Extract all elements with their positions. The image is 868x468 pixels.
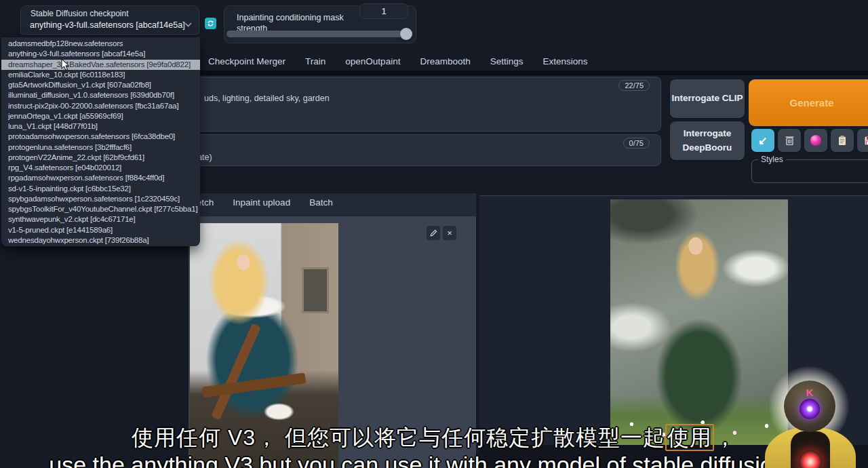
checkpoint-option[interactable]: instruct-pix2pix-00-22000.safetensors [f…	[1, 101, 200, 111]
checkpoint-label: Stable Diffusion checkpoint	[31, 9, 129, 18]
subtitle-chinese: 使用任何 V3， 但您可以将它与任何稳定扩散模型一起使用，	[0, 423, 868, 453]
close-icon: ×	[447, 228, 452, 238]
checkpoint-option[interactable]: illuminati_diffusion_v1.0.safetensors [6…	[1, 90, 200, 100]
paste-arrow-icon: ↙	[758, 134, 767, 147]
avatar-letter: K	[784, 387, 835, 398]
extra-networks-button[interactable]	[804, 129, 827, 152]
tab-train[interactable]: Train	[305, 56, 326, 66]
clear-prompt-button[interactable]	[778, 129, 801, 152]
prompt-token-counter: 22/75	[618, 80, 650, 91]
paste-params-button[interactable]: ↙	[751, 129, 774, 152]
negative-token-counter: 0/75	[623, 138, 650, 149]
tab-batch[interactable]: Batch	[309, 197, 333, 208]
checkpoint-option[interactable]: jennaOrtega_v1.ckpt [a55969cf69]	[1, 111, 200, 121]
checkpoint-option[interactable]: emiliaClarke_10.ckpt [6c0118e183]	[1, 70, 200, 80]
prompt-text: uds, lighting, detailed sky, garden	[204, 94, 330, 103]
mask-strength-slider[interactable]	[226, 31, 412, 37]
trash-icon	[785, 135, 795, 146]
leather-belt	[201, 372, 306, 397]
checkpoint-option[interactable]: adamsmedbfp128new.safetensors	[1, 39, 200, 49]
tab-openoutpaint[interactable]: openOutpaint	[345, 56, 400, 66]
negative-prompt-textarea[interactable]: 0/75 rate)	[192, 134, 661, 166]
checkpoint-dropdown-control[interactable]: Stable Diffusion checkpoint anything-v3-…	[20, 5, 199, 35]
refresh-checkpoints-button[interactable]	[205, 18, 216, 29]
checkpoint-option[interactable]: sd-v1-5-inpainting.ckpt [c6bbc15e32]	[1, 184, 200, 194]
subtitle-zh-post: ，	[714, 425, 736, 450]
checkpoint-dropdown-list: adamsmedbfp128new.safetensors anything-v…	[1, 37, 200, 246]
checkpoint-option[interactable]: rpgadamsohwxperson.safetensors [f884c4ff…	[1, 173, 200, 183]
stable-diffusion-webui: Stable Diffusion checkpoint anything-v3-…	[0, 0, 868, 468]
result-image[interactable]	[610, 199, 788, 445]
checkpoint-option[interactable]: anything-v3-full.safetensors [abcaf14e5a…	[1, 49, 200, 59]
tab-bar-divider	[189, 71, 868, 75]
streamer-avatar: K	[765, 361, 868, 468]
tab-dreambooth[interactable]: Dreambooth	[420, 56, 470, 66]
edit-image-button[interactable]	[427, 226, 440, 240]
tab-inpaint-upload[interactable]: Inpaint upload	[233, 197, 290, 208]
checkpoint-option[interactable]: protogenluna.safetensors [3b2fffacf6]	[1, 142, 200, 153]
checkpoint-option[interactable]: protogenV22Anime_22.ckpt [62bf9cfd61]	[1, 153, 200, 163]
clipboard-icon	[837, 135, 847, 146]
leather-strap	[211, 324, 261, 421]
checkpoint-option[interactable]: spybgsToolkitFor_v40YoutubeChannel.ckpt …	[1, 204, 200, 214]
slider-handle[interactable]	[400, 28, 412, 40]
remove-image-button[interactable]: ×	[443, 226, 456, 240]
subtitle-zh-highlight: 使用	[665, 424, 714, 451]
prompt-textarea[interactable]: 22/75 uds, lighting, detailed sky, garde…	[192, 77, 661, 132]
checkpoint-value[interactable]: anything-v3-full.safetensors [abcaf14e5a…	[30, 20, 185, 30]
apply-styles-button[interactable]	[831, 129, 854, 152]
tab-checkpoint-merger[interactable]: Checkpoint Merger	[208, 56, 285, 66]
checkpoint-option[interactable]: spybgadamsohwxperson.safetensors [1c2320…	[1, 194, 200, 204]
floppy-disk-icon	[864, 136, 868, 146]
subtitle-english: use the anything V3 but you can use it w…	[0, 452, 868, 468]
styles-select[interactable]: Styles	[751, 155, 868, 183]
checkpoint-option[interactable]: rpg_V4.safetensors [e04b020012]	[1, 163, 200, 173]
save-style-button[interactable]	[857, 129, 868, 152]
refresh-icon	[207, 20, 214, 27]
main-tab-bar: Checkpoint Merger Train openOutpaint Dre…	[208, 56, 588, 66]
avatar-red-orb	[799, 450, 822, 468]
avatar-head: K	[784, 381, 835, 432]
avatar-eye	[800, 399, 820, 419]
extra-networks-icon	[810, 135, 821, 146]
tab-settings[interactable]: Settings	[490, 56, 524, 66]
checkpoint-option-selected[interactable]: dreamshaper_331BakedVae.safetensors [9e9…	[1, 60, 200, 70]
mouse-cursor-icon	[61, 58, 70, 71]
chevron-down-icon	[184, 22, 192, 27]
subtitle-zh-pre: 使用任何 V3， 但您可以将它与任何稳定扩散模型一起	[132, 425, 665, 450]
interrogate-deepbooru-button[interactable]: Interrogate DeepBooru	[670, 121, 745, 160]
building-window	[302, 267, 329, 313]
checkpoint-option[interactable]: synthwavepunk_v2.ckpt [dc4c67171e]	[1, 214, 200, 225]
checkpoint-option[interactable]: gta5ArtworkDiffusion_v1.ckpt [607aa02fb8…	[1, 80, 200, 90]
checkpoint-option[interactable]: protoadamsohwxperson.safetensors [6fca38…	[1, 132, 200, 142]
styles-label: Styles	[758, 155, 786, 164]
checkpoint-option[interactable]: luna_V1.ckpt [448d77f01b]	[1, 121, 200, 132]
mask-strength-number-input[interactable]: 1	[359, 3, 408, 19]
tab-extensions[interactable]: Extensions	[542, 56, 587, 66]
interrogate-clip-button[interactable]: Interrogate CLIP	[670, 79, 745, 118]
checkpoint-option[interactable]: wednesdayohwxperson.ckpt [739f26b88a]	[1, 235, 200, 246]
pencil-icon	[430, 229, 437, 237]
generate-button[interactable]: Generate	[749, 79, 868, 126]
checkpoint-option[interactable]: v1-5-pruned.ckpt [e1441589a6]	[1, 225, 200, 235]
